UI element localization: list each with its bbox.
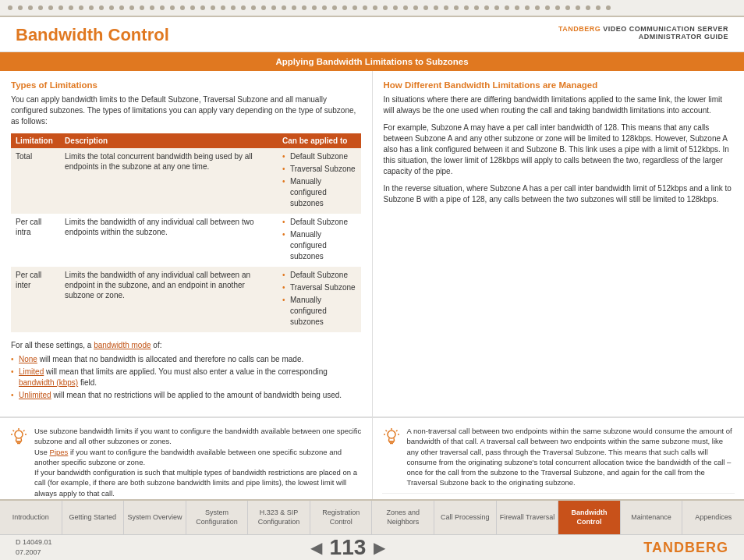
table-row: Total Limits the total concurrent bandwi… <box>11 148 361 214</box>
next-page-arrow[interactable]: ▶ <box>374 538 385 557</box>
dot <box>160 5 165 10</box>
limitation-total: Total <box>11 148 60 214</box>
right-section-title: How Different Bandwidth Limitations are … <box>384 80 734 90</box>
dot <box>515 5 519 10</box>
tab-system-configuration[interactable]: System Configuration <box>186 501 249 534</box>
left-column: Types of Limitations You can apply bandw… <box>0 71 373 416</box>
tab-registration-control[interactable]: Registration Control <box>310 501 373 534</box>
tab-maintenance[interactable]: Maintenance <box>621 501 683 534</box>
right-para-2: For example, Subzone A may have a per ca… <box>384 122 734 177</box>
svg-point-0 <box>15 431 23 438</box>
dot <box>545 5 550 10</box>
tab-getting-started[interactable]: Getting Started <box>62 501 125 534</box>
dot <box>525 5 530 10</box>
dot <box>484 5 489 10</box>
dot <box>28 5 33 10</box>
page-navigation: ◀ 113 ▶ <box>310 535 386 560</box>
doc-info: D 14049.01 07.2007 <box>16 537 52 558</box>
description-per-call-intra: Limits the bandwidth of any individual c… <box>60 214 278 267</box>
dot <box>353 5 357 10</box>
limited-link: Limited <box>19 367 44 376</box>
limitations-table: Limitation Description Can be applied to… <box>11 133 361 332</box>
dot <box>69 5 73 10</box>
dot <box>140 5 144 10</box>
tab-introduction[interactable]: Introduction <box>0 501 62 534</box>
dot <box>302 5 306 10</box>
tab-zones-neighbors[interactable]: Zones and Neighbors <box>372 501 434 534</box>
description-total: Limits the total concurrent bandwidth be… <box>60 148 278 214</box>
bandwidth-mode-link[interactable]: bandwidth mode <box>94 341 151 349</box>
description-per-call-inter: Limits the bandwidth of any individual c… <box>60 267 278 332</box>
note-left-para3: If your bandwidth configuration is such … <box>34 467 363 498</box>
dot <box>18 5 23 10</box>
table-row: Per call intra Limits the bandwidth of a… <box>11 214 361 267</box>
dot <box>423 5 428 10</box>
page-footer: Introduction Getting Started System Over… <box>0 499 744 560</box>
page-number: 113 <box>330 535 367 560</box>
footer-notes: For all these settings, a bandwidth mode… <box>11 340 361 407</box>
doc-id: D 14049.01 <box>16 537 52 548</box>
dot <box>454 5 459 10</box>
none-link: None <box>19 355 37 363</box>
none-item: None will mean that no bandwidth is allo… <box>11 354 361 365</box>
dot <box>383 5 388 10</box>
dot <box>8 5 12 10</box>
dot <box>312 5 317 10</box>
footer-intro: For all these settings, a <box>11 341 94 349</box>
svg-line-13 <box>396 431 398 432</box>
dot <box>200 5 205 10</box>
dot <box>403 5 408 10</box>
note-right: A non-traversal call between two endpoin… <box>373 418 745 499</box>
dot <box>231 5 236 10</box>
top-dots-border <box>0 0 744 17</box>
tab-h323-sip[interactable]: H.323 & SIP Configuration <box>248 501 310 534</box>
tab-appendices[interactable]: Appendices <box>682 501 744 534</box>
page-wrapper: Bandwidth Control TANDBERG VIDEO COMMUNI… <box>0 0 744 560</box>
dot <box>596 5 601 10</box>
dot <box>38 5 43 10</box>
note-left-para2: Use Pipes if you want to configure the b… <box>34 447 363 468</box>
dot <box>211 5 215 10</box>
svg-point-8 <box>388 431 395 438</box>
nav-tabs: Introduction Getting Started System Over… <box>0 501 744 535</box>
svg-line-5 <box>23 431 25 432</box>
dot <box>586 5 590 10</box>
content-columns: Types of Limitations You can apply bandw… <box>0 71 744 417</box>
list-item: Traversal Subzone <box>282 282 356 293</box>
dot <box>241 5 246 10</box>
right-para-1: In situations where there are differing … <box>384 94 734 116</box>
dot <box>505 5 509 10</box>
dot <box>170 5 175 10</box>
dot <box>373 5 377 10</box>
tab-call-processing[interactable]: Call Processing <box>434 501 497 534</box>
bulb-icon <box>9 427 28 446</box>
dot <box>79 5 83 10</box>
brand-logo: TANDBERG <box>643 540 728 556</box>
dot <box>474 5 479 10</box>
tab-firewall-traversal[interactable]: Firewall Traversal <box>497 501 559 534</box>
page-title: Bandwidth Control <box>16 25 169 45</box>
dot <box>565 5 570 10</box>
dot <box>109 5 114 10</box>
list-item: Manually configured subzones <box>282 229 356 262</box>
list-item: Traversal Subzone <box>282 164 356 175</box>
tab-system-overview[interactable]: System Overview <box>124 501 186 534</box>
table-row: Per call inter Limits the bandwidth of a… <box>11 267 361 332</box>
dot <box>555 5 560 10</box>
list-item: Default Subzone <box>282 151 356 162</box>
note-left: Use subzone bandwidth limits if you want… <box>0 418 373 499</box>
section-banner: Applying Bandwidth Limitations to Subzon… <box>0 52 744 71</box>
bottom-notes: Use subzone bandwidth limits if you want… <box>0 417 744 499</box>
prev-page-arrow[interactable]: ◀ <box>310 538 322 557</box>
tab-bandwidth-control[interactable]: Bandwidth Control <box>558 501 621 534</box>
left-intro-text: You can apply bandwidth limits to the De… <box>11 94 361 127</box>
list-item: Default Subzone <box>282 270 356 281</box>
footer-intro-end: of: <box>151 341 162 349</box>
pipes-link[interactable]: Pipes <box>50 448 69 456</box>
dot <box>393 5 398 10</box>
dot <box>261 5 266 10</box>
unlimited-item: Unlimited will mean that no restrictions… <box>11 390 361 401</box>
dot <box>251 5 256 10</box>
page-header: Bandwidth Control TANDBERG VIDEO COMMUNI… <box>0 17 744 52</box>
dot <box>48 5 53 10</box>
